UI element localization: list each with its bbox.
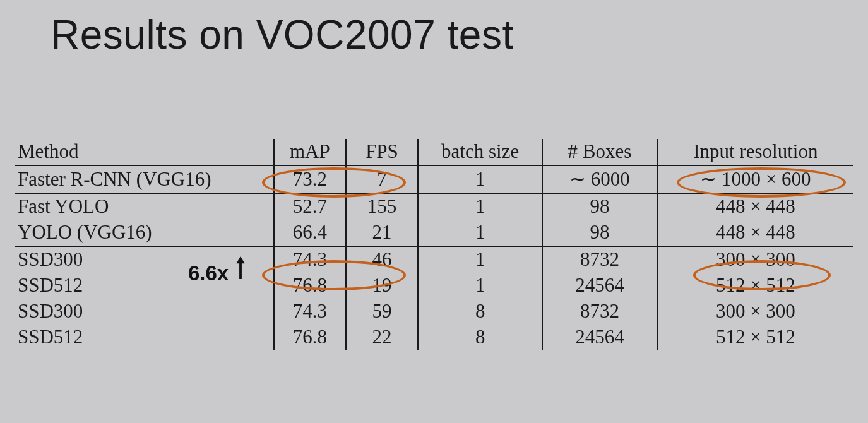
speedup-callout: 6.6x: [188, 261, 229, 285]
cell-fps: 22: [346, 325, 418, 350]
cell-res: 448 × 448: [657, 193, 853, 220]
cell-boxes: 8732: [542, 299, 657, 325]
cell-batch: 8: [418, 299, 542, 325]
table-row: YOLO (VGG16) 66.4 21 1 98 448 × 448: [15, 220, 853, 246]
cell-fps: 59: [346, 299, 418, 325]
table-row: Faster R-CNN (VGG16) 73.2 7 1 ∼ 6000 ∼ 1…: [15, 165, 853, 193]
cell-fps: 21: [346, 220, 418, 246]
table-row: SSD512 76.8 19 1 24564 512 × 512: [15, 273, 853, 299]
slide-title: Results on VOC2007 test: [51, 11, 514, 58]
cell-method: Faster R-CNN (VGG16): [15, 165, 274, 193]
cell-batch: 8: [418, 325, 542, 350]
cell-map: 76.8: [274, 273, 346, 299]
cell-batch: 1: [418, 273, 542, 299]
cell-res: 300 × 300: [657, 246, 853, 273]
cell-boxes: 98: [542, 220, 657, 246]
cell-batch: 1: [418, 246, 542, 273]
cell-res: 512 × 512: [657, 273, 853, 299]
slide: Results on VOC2007 test Method mAP FPS b…: [0, 0, 868, 423]
cell-method: SSD300: [15, 299, 274, 325]
cell-batch: 1: [418, 220, 542, 246]
cell-boxes: 98: [542, 193, 657, 220]
table-row: SSD300 74.3 46 1 8732 300 × 300: [15, 246, 853, 273]
cell-map: 74.3: [274, 299, 346, 325]
table-row: Fast YOLO 52.7 155 1 98 448 × 448: [15, 193, 853, 220]
cell-boxes: 24564: [542, 325, 657, 350]
cell-res: 448 × 448: [657, 220, 853, 246]
results-table: Method mAP FPS batch size # Boxes Input …: [15, 139, 853, 350]
cell-method: Fast YOLO: [15, 193, 274, 220]
cell-batch: 1: [418, 193, 542, 220]
col-fps: FPS: [346, 139, 418, 165]
cell-map: 52.7: [274, 193, 346, 220]
table-header-row: Method mAP FPS batch size # Boxes Input …: [15, 139, 853, 165]
table-row: SSD300 74.3 59 8 8732 300 × 300: [15, 299, 853, 325]
cell-boxes: 24564: [542, 273, 657, 299]
cell-map: 76.8: [274, 325, 346, 350]
cell-map: 74.3: [274, 246, 346, 273]
cell-fps: 7: [346, 165, 418, 193]
col-map: mAP: [274, 139, 346, 165]
col-res: Input resolution: [657, 139, 853, 165]
cell-fps: 155: [346, 193, 418, 220]
cell-method: YOLO (VGG16): [15, 220, 274, 246]
cell-boxes: 8732: [542, 246, 657, 273]
cell-batch: 1: [418, 165, 542, 193]
col-method: Method: [15, 139, 274, 165]
cell-fps: 46: [346, 246, 418, 273]
cell-res: 300 × 300: [657, 299, 853, 325]
cell-res: 512 × 512: [657, 325, 853, 350]
col-batch: batch size: [418, 139, 542, 165]
cell-boxes: ∼ 6000: [542, 165, 657, 193]
cell-res: ∼ 1000 × 600: [657, 165, 853, 193]
table-row: SSD512 76.8 22 8 24564 512 × 512: [15, 325, 853, 350]
col-boxes: # Boxes: [542, 139, 657, 165]
cell-fps: 19: [346, 273, 418, 299]
arrow-up-icon: [235, 255, 246, 280]
cell-method: SSD512: [15, 325, 274, 350]
cell-map: 66.4: [274, 220, 346, 246]
cell-map: 73.2: [274, 165, 346, 193]
